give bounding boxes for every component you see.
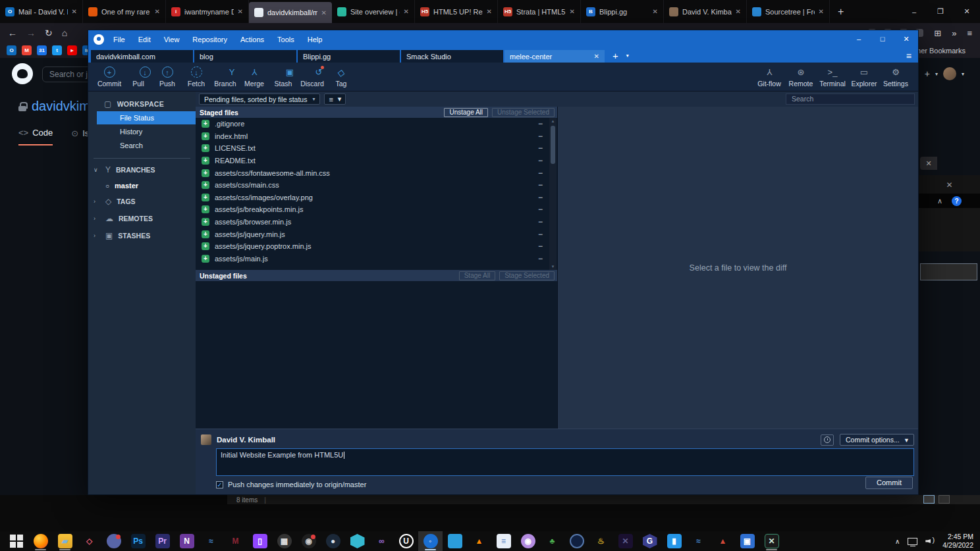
sidebar-section-remotes[interactable]: › ☁ REMOTES xyxy=(88,210,196,227)
fetch-button[interactable]: ↓ Fetch xyxy=(182,66,211,88)
tab-close-icon[interactable]: ✕ xyxy=(155,8,160,15)
hamburger-menu-icon[interactable]: ≡ xyxy=(900,51,918,63)
network-icon[interactable] xyxy=(908,538,917,545)
browser-minimize-button[interactable]: – xyxy=(901,8,927,16)
unstage-file-icon[interactable]: − xyxy=(538,254,543,263)
push-immediately-checkbox[interactable]: ✓ xyxy=(216,481,223,488)
tab-html5up-responsive[interactable]: H5 HTML5 UP! Responsi ✕ xyxy=(415,0,498,23)
staged-file-row[interactable]: + assets/css/images/overlay.png − xyxy=(196,192,557,204)
commit-button[interactable]: + Commit xyxy=(95,66,124,88)
staged-file-row[interactable]: + assets/js/main.js − xyxy=(196,253,557,265)
stage-all-button[interactable]: Stage All xyxy=(459,271,495,280)
taskbar-app[interactable]: ▮ xyxy=(662,531,686,551)
overflow-chevrons-icon[interactable]: » xyxy=(952,28,956,38)
unstage-file-icon[interactable]: − xyxy=(538,205,543,214)
taskbar-app[interactable]: G xyxy=(638,531,662,551)
repo-tab-blog[interactable]: blog xyxy=(194,50,296,63)
repo-tab-davidvkimball-com[interactable]: davidvkimball.com xyxy=(91,50,193,63)
unstage-file-icon[interactable]: − xyxy=(538,230,543,239)
commit-history-button[interactable] xyxy=(821,434,834,446)
tab-github-melee[interactable]: davidvkimball/melee ✕ xyxy=(249,2,332,23)
volume-icon[interactable] xyxy=(925,537,935,545)
staged-file-row[interactable]: + index.html − xyxy=(196,130,557,143)
unstage-all-button[interactable]: Unstage All xyxy=(444,108,488,117)
help-badge-icon[interactable]: ? xyxy=(952,196,962,206)
commit-submit-button[interactable]: Commit xyxy=(865,477,913,489)
tab-iwantmyname[interactable]: i iwantmyname Dashb ✕ xyxy=(166,0,249,23)
taskbar-app[interactable]: ✕ xyxy=(759,531,784,551)
forward-icon[interactable]: → xyxy=(26,28,36,38)
taskbar-app[interactable]: ♣ xyxy=(540,531,564,551)
taskbar-app[interactable]: ● xyxy=(321,531,345,551)
taskbar-clock[interactable]: 2:45 PM 4/29/2022 xyxy=(942,533,973,550)
chevron-right-icon[interactable]: › xyxy=(94,232,100,239)
unstage-file-icon[interactable]: − xyxy=(538,242,543,251)
taskbar-app[interactable]: ◉ xyxy=(516,531,540,551)
taskbar-app[interactable]: U xyxy=(394,531,418,551)
details-view-icon[interactable] xyxy=(923,495,935,504)
staged-file-row[interactable]: + assets/js/breakpoints.min.js − xyxy=(196,203,557,216)
tab-mail[interactable]: O Mail - David V. Kimb ✕ xyxy=(0,0,83,23)
staged-file-row[interactable]: + .gitignore − xyxy=(196,118,557,130)
taskbar-app[interactable]: ◦ xyxy=(418,531,443,551)
stash-button[interactable]: ▣ Stash xyxy=(269,66,298,88)
taskbar-app[interactable]: Ps xyxy=(126,531,150,551)
repo-tab-blippi[interactable]: Blippi.gg xyxy=(298,50,400,63)
taskbar-app[interactable]: ◇ xyxy=(77,531,101,551)
discard-button[interactable]: ↺ Discard xyxy=(298,66,327,88)
chevron-down-icon[interactable]: ∨ xyxy=(94,167,100,173)
stage-selected-button[interactable]: Stage Selected xyxy=(499,271,555,280)
browser-menu-icon[interactable]: ≡ xyxy=(967,28,972,38)
tab-close-icon[interactable]: ✕ xyxy=(321,9,327,16)
scrollbar[interactable]: ▴ ▾ xyxy=(549,118,557,270)
chevron-right-icon[interactable]: › xyxy=(94,215,100,222)
menu-repository[interactable]: Repository xyxy=(192,36,227,43)
tab-close-icon[interactable]: ✕ xyxy=(238,8,243,15)
repo-tab-melee-center[interactable]: melee-center ✕ xyxy=(504,50,605,63)
tab-site-overview[interactable]: Site overview | calm- ✕ xyxy=(332,0,415,23)
unstage-file-icon[interactable]: − xyxy=(538,169,543,178)
tab-sourcetree-site[interactable]: Sourcetree | Free Git ✕ xyxy=(747,0,830,23)
remote-button[interactable]: ⊛ Remote xyxy=(785,66,817,88)
unstage-selected-button[interactable]: Unstage Selected xyxy=(492,108,555,117)
settings-button[interactable]: ⚙ Settings xyxy=(880,66,912,88)
chevron-up-icon[interactable]: ∧ xyxy=(937,197,942,205)
staged-file-row[interactable]: + assets/js/jquery.poptrox.min.js − xyxy=(196,240,557,253)
taskbar-app[interactable]: ≈ xyxy=(199,531,223,551)
new-repo-tab-button[interactable]: + xyxy=(606,50,625,63)
sidebar-section-stashes[interactable]: › ▣ STASHES xyxy=(88,227,196,244)
commit-message-input[interactable]: Initial Website Example from HTML5U xyxy=(216,448,914,476)
unstage-file-icon[interactable]: − xyxy=(538,156,543,165)
menu-view[interactable]: View xyxy=(164,36,180,43)
explorer-button[interactable]: ▭ Explorer xyxy=(848,66,880,88)
branch-button[interactable]: Y Branch xyxy=(211,66,240,88)
sidebar-item-search[interactable]: Search xyxy=(88,139,196,152)
menu-tools[interactable]: Tools xyxy=(277,36,294,43)
chevron-down-icon[interactable]: ▾ xyxy=(626,53,629,63)
taskbar-app[interactable] xyxy=(28,531,53,551)
taskbar-app[interactable] xyxy=(101,531,126,551)
tab-close-icon[interactable]: ✕ xyxy=(72,8,77,15)
reload-icon[interactable]: ↻ xyxy=(45,28,53,38)
taskbar-app[interactable]: ♨ xyxy=(589,531,613,551)
unstage-file-icon[interactable]: − xyxy=(538,180,543,190)
maximize-button[interactable]: □ xyxy=(871,35,894,43)
taskbar-app[interactable] xyxy=(443,531,467,551)
tab-close-icon[interactable]: ✕ xyxy=(487,8,492,15)
staged-file-row[interactable]: + assets/js/jquery.min.js − xyxy=(196,228,557,240)
tab-close-icon[interactable]: ✕ xyxy=(736,8,741,15)
taskbar-app[interactable]: ▦ xyxy=(272,531,296,551)
chevron-right-icon[interactable]: › xyxy=(94,198,100,205)
tab-close-icon[interactable]: ✕ xyxy=(819,8,824,15)
popup-close-icon[interactable]: ✕ xyxy=(920,157,937,170)
tab-rare-collection[interactable]: One of my rare colle ✕ xyxy=(83,0,166,23)
github-tab-code[interactable]: <> Code xyxy=(18,128,53,145)
unstage-file-icon[interactable]: − xyxy=(538,119,543,128)
github-logo-icon[interactable] xyxy=(12,63,33,84)
merge-button[interactable]: Y Merge xyxy=(240,66,269,88)
commit-options-dropdown[interactable]: Commit options... ▾ xyxy=(840,434,914,446)
minimize-button[interactable]: – xyxy=(847,35,871,43)
pending-files-dropdown[interactable]: Pending files, sorted by file status ▾ xyxy=(199,93,320,105)
view-mode-button[interactable]: ≡ ▾ xyxy=(324,93,346,105)
taskbar-app[interactable]: ✕ xyxy=(613,531,638,551)
